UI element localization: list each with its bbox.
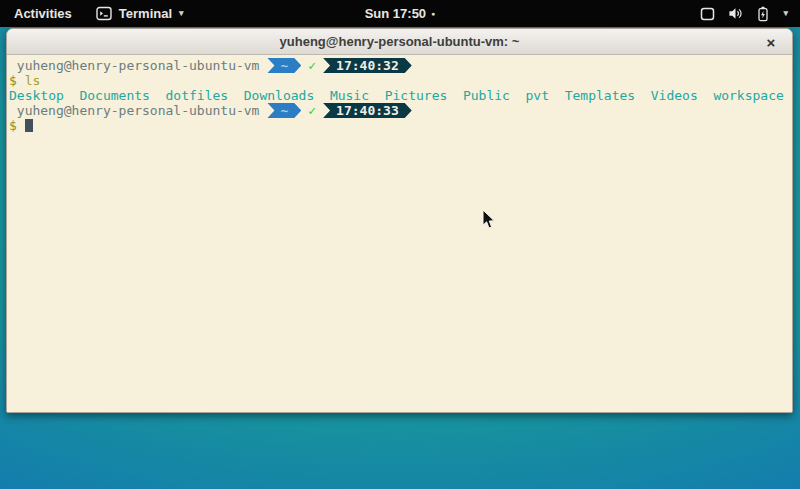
display-icon [700,7,715,21]
prompt-symbol: $ [9,118,17,133]
app-menu-terminal[interactable]: Terminal ▾ [86,0,194,27]
directory-entry: Pictures [385,88,448,103]
system-status-area[interactable]: ▾ [688,0,800,27]
directory-entry: Videos [651,88,698,103]
directory-entry: Documents [79,88,149,103]
directory-entry: Templates [565,88,635,103]
directory-entry: pvt [526,88,549,103]
prompt-symbol: $ [9,73,17,88]
chevron-down-icon: ▾ [179,9,184,18]
prompt-cwd-segment: ~ [267,103,301,118]
clock-label: Sun 17:50 [365,6,426,21]
prompt-time-segment: 17:40:32 [323,58,412,73]
window-titlebar[interactable]: yuheng@henry-personal-ubuntu-vm: ~ × [7,29,792,55]
directory-entry: workspace [713,88,783,103]
volume-icon [728,6,743,21]
prompt-user-host: yuheng@henry-personal-ubuntu-vm [9,103,259,118]
prompt-user-host: yuheng@henry-personal-ubuntu-vm [9,58,259,73]
directory-entry: dotfiles [166,88,229,103]
activities-button[interactable]: Activities [0,0,86,27]
terminal-window: yuheng@henry-personal-ubuntu-vm: ~ × yuh… [6,28,793,413]
check-icon: ✓ [308,103,316,118]
prompt-cwd-segment: ~ [267,58,301,73]
terminal-content[interactable]: yuheng@henry-personal-ubuntu-vm ~ ✓ 17:4… [7,55,792,412]
ls-output-line: Desktop Documents dotfiles Downloads Mus… [9,88,790,103]
directory-entry: Desktop [9,88,64,103]
mouse-pointer-icon [482,209,496,234]
check-icon: ✓ [308,58,316,73]
close-button[interactable]: × [760,29,782,55]
app-menu-label: Terminal [119,6,172,21]
top-bar: Activities Terminal ▾ Sun 17:50 ● [0,0,800,27]
notification-dot-icon: ● [431,10,435,17]
prompt-time-segment: 17:40:33 [323,103,412,118]
command-line-current[interactable]: $ [9,118,790,133]
activities-label: Activities [14,6,72,21]
typed-command: ls [25,73,41,88]
battery-charging-icon [756,6,770,22]
directory-entry: Public [463,88,510,103]
window-title: yuheng@henry-personal-ubuntu-vm: ~ [280,34,520,49]
terminal-app-icon [96,6,112,21]
text-cursor-block [25,119,33,132]
prompt-line: yuheng@henry-personal-ubuntu-vm ~ ✓ 17:4… [9,103,790,118]
chevron-down-icon: ▾ [783,9,788,18]
directory-entry: Music [330,88,369,103]
command-line: $ ls [9,73,790,88]
directory-entry: Downloads [244,88,314,103]
prompt-line: yuheng@henry-personal-ubuntu-vm ~ ✓ 17:4… [9,58,790,73]
